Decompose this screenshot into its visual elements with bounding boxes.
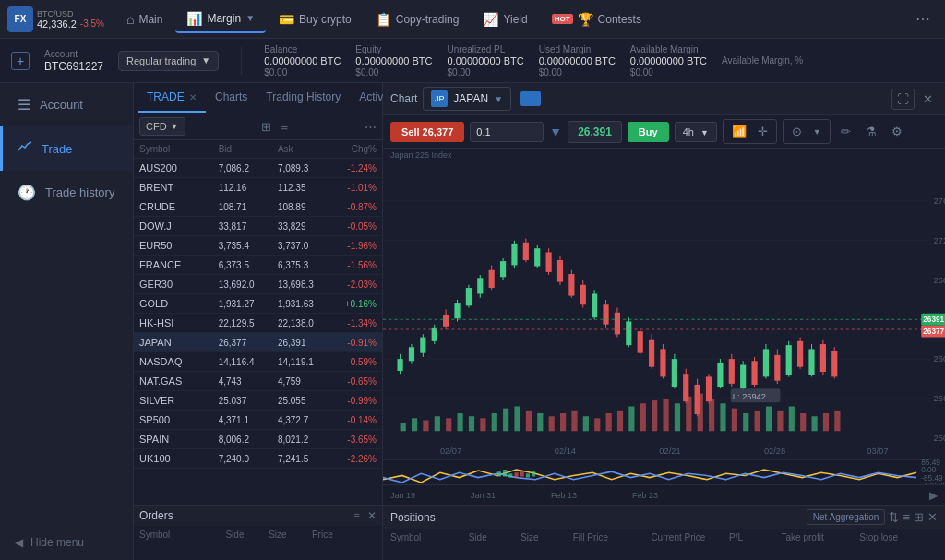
nav-margin[interactable]: 📊 Margin ▼ xyxy=(175,6,266,33)
nav-copy-trading[interactable]: 📋 Copy-trading xyxy=(365,6,471,32)
svg-rect-132 xyxy=(789,407,795,432)
sidebar-item-account[interactable]: ☰ Account xyxy=(0,83,133,126)
trading-type-selector[interactable]: Regular trading ▼ xyxy=(118,51,219,71)
instruments-menu-button[interactable]: ⋯ xyxy=(365,120,377,134)
nav-yield[interactable]: 📈 Yield xyxy=(472,6,538,32)
svg-rect-152 xyxy=(532,471,535,476)
unrealized-pl-label: Unrealized PL xyxy=(448,44,524,54)
instrument-row[interactable]: NASDAQ 14,116.4 14,119.1 -0.59% xyxy=(134,352,382,372)
bar-chart-icon[interactable]: 📶 xyxy=(727,122,751,141)
positions-menu-icon[interactable]: ≡ xyxy=(903,510,910,524)
net-aggregation-button[interactable]: Net Aggregation xyxy=(807,509,886,525)
instrument-row[interactable]: NAT.GAS 4,743 4,759 -0.65% xyxy=(134,372,382,391)
price-value: 42,336.2 xyxy=(37,18,77,30)
col-symbol: Symbol xyxy=(139,144,219,154)
instrument-ask: 112.35 xyxy=(278,183,337,193)
instrument-symbol: BRENT xyxy=(139,182,219,193)
sidebar-trade-history-label: Trade history xyxy=(45,185,114,199)
settings-icon[interactable]: ⚙ xyxy=(887,122,907,141)
cfd-label: CFD xyxy=(146,121,167,132)
sidebar-item-trade[interactable]: Trade xyxy=(0,126,133,171)
chart-close-icon[interactable]: ✕ xyxy=(918,89,938,109)
sidebar: ☰ Account Trade 🕐 Trade history ◀ Hide m… xyxy=(0,83,134,560)
chart-fullscreen-icon[interactable]: ⛶ xyxy=(891,89,915,110)
instrument-row[interactable]: CRUDE 108.71 108.89 -0.87% xyxy=(134,197,382,217)
orders-close-icon[interactable]: ✕ xyxy=(367,509,377,522)
timeline-scroll-right[interactable]: ▶ xyxy=(929,489,938,502)
buy-button[interactable]: Buy xyxy=(628,122,669,142)
svg-text:02/28: 02/28 xyxy=(764,446,785,456)
svg-rect-130 xyxy=(766,407,772,432)
nav-main[interactable]: ⌂ Main xyxy=(115,6,173,32)
sidebar-item-trade-history[interactable]: 🕐 Trade history xyxy=(0,171,133,214)
svg-rect-107 xyxy=(503,409,508,432)
instrument-bid: 112.16 xyxy=(219,183,278,193)
nav-buy-crypto[interactable]: 💳 Buy crypto xyxy=(268,6,363,32)
positions-close-icon[interactable]: ✕ xyxy=(927,510,938,524)
svg-rect-144 xyxy=(383,459,931,484)
nav-margin-label: Margin xyxy=(207,12,241,25)
svg-rect-53 xyxy=(615,313,620,335)
svg-rect-0 xyxy=(383,161,945,484)
positions-settings-icon[interactable]: ⊞ xyxy=(914,510,924,524)
instrument-row[interactable]: AUS200 7,086.2 7,089.3 -1.24% xyxy=(134,159,382,178)
instrument-row[interactable]: UK100 7,240.0 7,241.5 -2.26% xyxy=(134,449,382,469)
sell-button[interactable]: Sell 26,377 xyxy=(390,122,464,142)
trading-type-label: Regular trading xyxy=(126,55,196,66)
chart-header: Chart JP JAPAN ▼ ⛶ ✕ xyxy=(383,83,945,115)
hide-menu-button[interactable]: ◀ Hide menu xyxy=(0,525,133,560)
nav-contests[interactable]: HOT 🏆 Contests xyxy=(541,6,652,32)
tab-close-icon[interactable]: ✕ xyxy=(189,92,197,102)
pencil-icon[interactable]: ✏ xyxy=(836,122,855,141)
tab-trading-history[interactable]: Trading History xyxy=(257,83,350,113)
price-info: BTC/USD 42,336.2 -3.5% xyxy=(37,9,104,30)
cfd-selector[interactable]: CFD ▼ xyxy=(139,117,185,136)
instrument-row[interactable]: EUR50 3,735.4 3,737.0 -1.96% xyxy=(134,236,382,256)
balance-btc: 0.00000000 BTC xyxy=(264,55,341,66)
instruments-table: AUS200 7,086.2 7,089.3 -1.24% BRENT 112.… xyxy=(134,159,382,505)
chart-header-right: ⛶ ✕ xyxy=(891,89,938,110)
tab-charts[interactable]: Charts xyxy=(206,83,257,113)
instrument-row[interactable]: GER30 13,692.0 13,698.3 -2.03% xyxy=(134,275,382,294)
instrument-row[interactable]: HK-HSI 22,129.5 22,138.0 -1.34% xyxy=(134,314,382,333)
chart-flag-icon xyxy=(520,91,541,106)
used-margin-field: Used Margin 0.00000000 BTC $0.00 xyxy=(539,44,616,77)
pos-col-current-price: Current Price xyxy=(651,532,729,542)
instrument-ask: 8,021.2 xyxy=(278,435,337,445)
svg-text:-170.98: -170.98 xyxy=(921,481,945,484)
instrument-row[interactable]: GOLD 1,931.27 1,931.63 +0.16% xyxy=(134,294,382,314)
nav-more-icon[interactable]: ⋯ xyxy=(908,6,938,31)
tab-trade[interactable]: TRADE ✕ xyxy=(138,83,206,113)
svg-rect-69 xyxy=(706,376,712,401)
instrument-row[interactable]: BRENT 112.16 112.35 -1.01% xyxy=(134,178,382,197)
instrument-row[interactable]: SILVER 25.037 25.055 -0.99% xyxy=(134,391,382,411)
svg-rect-43 xyxy=(557,260,563,282)
instrument-row[interactable]: JAPAN 26,377 26,391 -0.91% xyxy=(134,333,382,352)
quantity-input[interactable] xyxy=(470,122,544,142)
home-icon: ⌂ xyxy=(126,12,134,27)
instrument-row[interactable]: SP500 4,371.1 4,372.7 -0.14% xyxy=(134,411,382,430)
indicator-arrow[interactable]: ▼ xyxy=(808,125,826,139)
crosshair-icon[interactable]: ✛ xyxy=(753,122,772,141)
account-field: Account BTC691227 xyxy=(44,49,103,73)
chart-symbol-selector[interactable]: JP JAPAN ▼ xyxy=(423,87,511,111)
instrument-bid: 4,743 xyxy=(219,376,278,387)
instruments-filter-button[interactable]: ≡ xyxy=(281,120,288,134)
instrument-row[interactable]: DOW.J 33,817 33,829 -0.05% xyxy=(134,217,382,236)
positions-sort-icon[interactable]: ⇅ xyxy=(889,510,899,524)
svg-rect-19 xyxy=(420,338,425,353)
instruments-search-button[interactable]: ⊞ xyxy=(261,120,271,134)
flask-icon[interactable]: ⚗ xyxy=(861,122,881,141)
main-content: ☰ Account Trade 🕐 Trade history ◀ Hide m… xyxy=(0,83,945,560)
instrument-row[interactable]: FRANCE 6,373.5 6,375.3 -1.56% xyxy=(134,256,382,275)
add-account-button[interactable]: + xyxy=(11,52,30,70)
orders-menu-icon[interactable]: ≡ xyxy=(354,510,360,521)
logo-area: FX BTC/USD 42,336.2 -3.5% xyxy=(7,6,104,32)
indicator-icon[interactable]: ⊙ xyxy=(787,122,807,141)
timeframe-selector[interactable]: 4h ▼ xyxy=(675,122,717,142)
instrument-symbol: SPAIN xyxy=(139,434,219,445)
svg-rect-59 xyxy=(649,340,654,367)
qty-down-icon[interactable]: ▼ xyxy=(549,125,562,139)
instrument-bid: 14,116.4 xyxy=(219,357,278,367)
instrument-row[interactable]: SPAIN 8,006.2 8,021.2 -3.65% xyxy=(134,430,382,449)
